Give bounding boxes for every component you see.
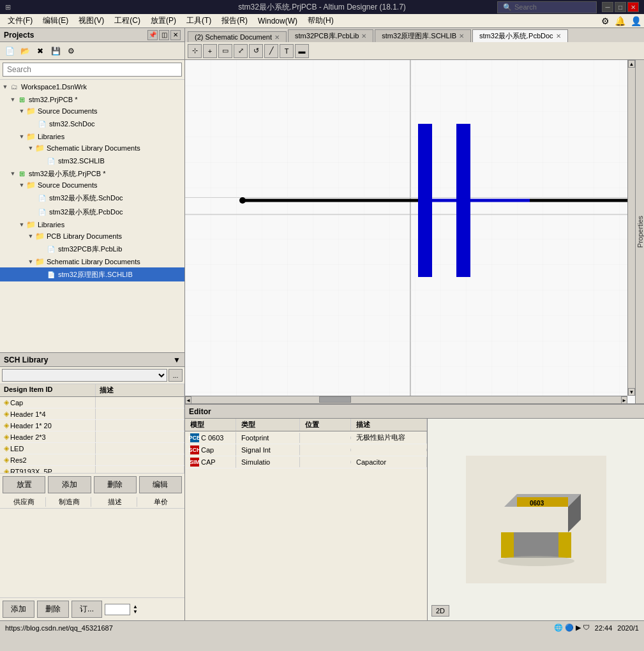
project1-expand[interactable]: ▼ bbox=[9, 96, 17, 103]
lib-row-header14[interactable]: ◈ Header 1*4 bbox=[0, 408, 184, 420]
tool-move[interactable]: ⤢ bbox=[234, 44, 248, 58]
titlebar-search-box[interactable]: 🔍 bbox=[497, 1, 597, 13]
edit-button[interactable]: 编辑 bbox=[139, 476, 182, 493]
menu-project[interactable]: 工程(C) bbox=[109, 14, 146, 27]
project2-pcblib-file[interactable]: 📄 stm32PCB库.PcbLib bbox=[0, 242, 184, 256]
lib-row-led[interactable]: ◈ LED bbox=[0, 443, 184, 454]
source-docs1-expand[interactable]: ▼ bbox=[18, 107, 26, 115]
settings-icon[interactable]: ⚙ bbox=[64, 44, 78, 58]
editor-row-simulation[interactable]: SIM CAP Simulatio Capacitor bbox=[185, 456, 427, 468]
project1-source-docs[interactable]: ▼ 📁 Source Documents bbox=[0, 105, 184, 117]
source-docs2-expand[interactable]: ▼ bbox=[18, 181, 26, 189]
tool-line[interactable]: ╱ bbox=[264, 44, 278, 58]
menu-place[interactable]: 放置(P) bbox=[146, 14, 181, 27]
maximize-button[interactable]: □ bbox=[615, 2, 626, 12]
lib-row-header23[interactable]: ◈ Header 2*3 bbox=[0, 431, 184, 443]
tab-schematic-doc-close[interactable]: ✕ bbox=[274, 34, 280, 41]
tab-pcbdoc-close[interactable]: ✕ bbox=[556, 33, 561, 40]
tool-select[interactable]: ⊹ bbox=[188, 44, 202, 58]
menu-edit[interactable]: 编辑(E) bbox=[38, 14, 73, 27]
tab-schlib-close[interactable]: ✕ bbox=[459, 33, 464, 40]
tool-rect[interactable]: ▭ bbox=[218, 44, 232, 58]
project-search-input[interactable] bbox=[3, 63, 182, 77]
project1-schdoc[interactable]: 📄 stm32.SchDoc bbox=[0, 117, 184, 131]
close-button[interactable]: ✕ bbox=[627, 2, 639, 12]
menu-report[interactable]: 报告(R) bbox=[216, 14, 253, 27]
bell-icon[interactable]: 🔔 bbox=[615, 16, 625, 26]
titlebar-search-input[interactable] bbox=[514, 3, 591, 11]
project2-schlib-docs[interactable]: ▼ 📁 Schematic Library Documents bbox=[0, 256, 184, 267]
lib-row-header120[interactable]: ◈ Header 1* 20 bbox=[0, 420, 184, 431]
tab-pcbdoc[interactable]: stm32最小系统.PcbDoc ✕ bbox=[472, 29, 568, 42]
project2-libraries[interactable]: ▼ 📁 Libraries bbox=[0, 219, 184, 230]
qty-spinner[interactable]: ▲ ▼ bbox=[133, 604, 138, 615]
tool-bar[interactable]: ▬ bbox=[295, 44, 309, 58]
open-icon[interactable]: 📂 bbox=[18, 44, 32, 58]
sch-lib-browse-button[interactable]: ... bbox=[168, 369, 183, 382]
tool-plus[interactable]: + bbox=[203, 44, 217, 58]
menu-file[interactable]: 文件(F) bbox=[3, 14, 38, 27]
project2-pcbdoc[interactable]: 📄 stm32最小系统.PcbDoc bbox=[0, 205, 184, 219]
gear-icon[interactable]: ⚙ bbox=[601, 16, 610, 26]
sch-lib-dropdown[interactable] bbox=[2, 369, 167, 382]
tool-text[interactable]: T bbox=[280, 44, 294, 58]
minimize-button[interactable]: ─ bbox=[602, 2, 613, 12]
supplier-order-button[interactable]: 订... bbox=[71, 601, 102, 618]
lib1-expand[interactable]: ▼ bbox=[18, 133, 26, 140]
menu-view[interactable]: 视图(V) bbox=[73, 14, 109, 27]
sch-lib-collapse-icon[interactable]: ▼ bbox=[173, 355, 181, 364]
project2-schlib-file[interactable]: 📄 stm32原理图库.SCHLIB bbox=[0, 267, 184, 281]
order-qty-input[interactable]: 1 bbox=[105, 604, 130, 615]
scroll-down[interactable]: ▼ bbox=[628, 388, 635, 396]
preview-2d-button[interactable]: 2D bbox=[431, 605, 449, 617]
project1-item[interactable]: ▼ ⊞ stm32.PrjPCB * bbox=[0, 94, 184, 105]
lib-row-cap[interactable]: ◈ Cap bbox=[0, 397, 184, 408]
tab-pcblib[interactable]: stm32PCB库.PcbLib ✕ bbox=[288, 29, 373, 42]
lib-row-rt9193x5p[interactable]: ◈ RT9193X_5P bbox=[0, 466, 184, 473]
v-scrollbar[interactable]: ▲ ▼ bbox=[627, 60, 635, 396]
project1-schlib-file[interactable]: 📄 stm32.SCHLIB bbox=[0, 154, 184, 168]
editor-row-footprint[interactable]: PCB C 0603 Footprint 无极性贴片电容 bbox=[185, 431, 427, 444]
scroll-up[interactable]: ▲ bbox=[628, 60, 635, 68]
user-icon[interactable]: 👤 bbox=[631, 16, 641, 26]
tool-rotate[interactable]: ↺ bbox=[249, 44, 263, 58]
tab-pcblib-close[interactable]: ✕ bbox=[361, 33, 366, 40]
tab-schlib[interactable]: stm32原理图库.SCHLIB ✕ bbox=[375, 29, 471, 42]
properties-label[interactable]: Properties bbox=[636, 216, 644, 248]
lib2-expand[interactable]: ▼ bbox=[18, 221, 26, 228]
project2-pcblib-docs[interactable]: ▼ 📁 PCB Library Documents bbox=[0, 230, 184, 242]
canvas-area[interactable]: ▲ ▼ ◄ ► bbox=[185, 60, 635, 403]
project2-expand[interactable]: ▼ bbox=[9, 170, 17, 177]
scroll-left[interactable]: ◄ bbox=[185, 396, 191, 403]
right-props-panel[interactable]: Properties bbox=[635, 60, 644, 403]
supplier-delete-button[interactable]: 删除 bbox=[37, 601, 69, 618]
workspace-item[interactable]: ▼ 🗂 Workspace1.DsnWrk bbox=[0, 80, 184, 94]
scroll-right[interactable]: ► bbox=[621, 396, 627, 403]
h-scrollbar[interactable]: ◄ ► bbox=[185, 396, 627, 403]
project2-schdoc[interactable]: 📄 stm32最小系统.SchDoc bbox=[0, 191, 184, 205]
add-button[interactable]: 添加 bbox=[48, 476, 91, 493]
new-project-icon[interactable]: 📄 bbox=[3, 44, 17, 58]
workspace-expand[interactable]: ▼ bbox=[1, 83, 9, 91]
project1-schlib-docs[interactable]: ▼ 📁 Schematic Library Documents bbox=[0, 142, 184, 154]
projects-float-button[interactable]: ◫ bbox=[159, 30, 169, 40]
project2-source-docs[interactable]: ▼ 📁 Source Documents bbox=[0, 179, 184, 191]
save-icon[interactable]: 💾 bbox=[49, 44, 63, 58]
editor-row-signal-int[interactable]: SCH Cap Signal Int bbox=[185, 444, 427, 456]
supplier-add-button[interactable]: 添加 bbox=[3, 601, 34, 618]
h-scroll-thumb[interactable] bbox=[319, 396, 351, 403]
tab-schematic-doc[interactable]: (2) Schematic Document ✕ bbox=[188, 31, 287, 42]
project1-libraries[interactable]: ▼ 📁 Libraries bbox=[0, 131, 184, 142]
menu-tools[interactable]: 工具(T) bbox=[181, 14, 216, 27]
projects-pin-button[interactable]: 📌 bbox=[147, 30, 158, 40]
projects-close-button[interactable]: ✕ bbox=[170, 30, 181, 40]
menu-window[interactable]: Window(W) bbox=[253, 15, 303, 27]
close-doc-icon[interactable]: ✖ bbox=[33, 44, 47, 58]
project2-item[interactable]: ▼ ⊞ stm32最小系统.PrjPCB * bbox=[0, 168, 184, 179]
place-button[interactable]: 放置 bbox=[3, 476, 45, 493]
schlib2-expand[interactable]: ▼ bbox=[27, 258, 34, 266]
menu-help[interactable]: 帮助(H) bbox=[303, 14, 339, 27]
delete-button[interactable]: 删除 bbox=[94, 476, 137, 493]
lib-row-res2[interactable]: ◈ Res2 bbox=[0, 454, 184, 466]
schlib1-expand[interactable]: ▼ bbox=[27, 144, 34, 152]
